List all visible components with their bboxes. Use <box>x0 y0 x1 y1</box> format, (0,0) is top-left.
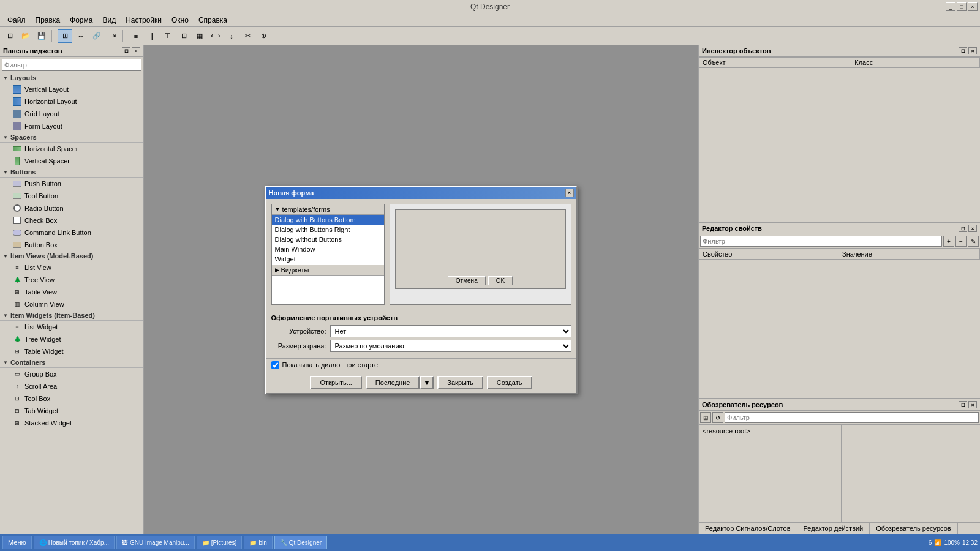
widget-radio-button[interactable]: Radio Button <box>0 202 143 214</box>
toolbar-layout-top[interactable]: ⊤ <box>160 29 175 43</box>
toolbar-layout-h[interactable]: ≡ <box>129 29 143 43</box>
taskbar-item-2[interactable]: 📁 [Pictures] <box>197 536 243 549</box>
toolbar-open[interactable]: 📂 <box>18 29 33 43</box>
toolbar-layout-fill-h[interactable]: ⟷ <box>208 29 223 43</box>
widget-button-box[interactable]: Button Box <box>0 239 143 251</box>
resource-filter-input[interactable] <box>725 412 979 423</box>
resource-root-item[interactable]: <resource root> <box>701 427 839 435</box>
recent-dropdown-button[interactable]: ▼ <box>420 376 434 389</box>
widget-filter-input[interactable] <box>2 59 141 71</box>
category-spacers[interactable]: ▼ Spacers <box>0 132 143 143</box>
taskbar-start[interactable]: Меню <box>2 536 32 549</box>
category-item-widgets[interactable]: ▼ Item Widgets (Item-Based) <box>0 310 143 321</box>
toolbar-layout-v[interactable]: ‖ <box>145 29 159 43</box>
menu-view[interactable]: Вид <box>97 15 121 26</box>
toolbar-edit-signals[interactable]: ↔ <box>74 29 88 43</box>
recent-button[interactable]: Последние <box>366 376 420 389</box>
toolbar-adjust-size[interactable]: ⊕ <box>256 29 271 43</box>
property-remove-btn[interactable]: − <box>956 236 967 247</box>
screen-size-select[interactable]: Размер по умолчанию <box>330 340 571 352</box>
widget-table-view[interactable]: ⊞ Table View <box>0 286 143 298</box>
property-edit-btn[interactable]: ✎ <box>968 236 979 247</box>
toolbar-layout-fill-v[interactable]: ↕ <box>224 29 239 43</box>
toolbar-edit-widgets[interactable]: ⊞ <box>58 29 72 43</box>
dialog-close-button[interactable]: × <box>565 189 574 197</box>
preview-cancel-btn[interactable]: Отмена <box>448 276 486 285</box>
toolbar-edit-tab[interactable]: ⇥ <box>105 29 120 43</box>
widget-vertical-spacer[interactable]: Vertical Spacer <box>0 155 143 167</box>
show-on-start-checkbox[interactable] <box>271 361 279 369</box>
template-dialog-buttons-bottom[interactable]: Dialog with Buttons Bottom <box>272 215 384 225</box>
category-containers[interactable]: ▼ Containers <box>0 358 143 368</box>
template-dialog-buttons-right[interactable]: Dialog with Buttons Right <box>272 225 384 234</box>
object-inspector-float[interactable]: ⊡ <box>959 47 967 54</box>
widget-group-box[interactable]: ▭ Group Box <box>0 368 143 380</box>
template-widget[interactable]: Widget <box>272 254 384 264</box>
maximize-button[interactable]: □ <box>957 2 967 11</box>
toolbar-layout-form[interactable]: ▦ <box>192 29 207 43</box>
widget-form-layout[interactable]: Form Layout <box>0 120 143 132</box>
category-item-views[interactable]: ▼ Item Views (Model-Based) <box>0 251 143 261</box>
toolbar-layout-grid[interactable]: ⊞ <box>176 29 191 43</box>
property-editor-close[interactable]: × <box>968 225 977 232</box>
resource-browser-float[interactable]: ⊡ <box>959 401 967 408</box>
widget-tree-widget[interactable]: 🌲 Tree Widget <box>0 333 143 345</box>
create-button[interactable]: Создать <box>487 376 532 389</box>
design-area[interactable]: Новая форма × ▼ templates/forms Dialog w… <box>144 45 698 534</box>
widget-horizontal-layout[interactable]: Horizontal Layout <box>0 96 143 108</box>
menu-help[interactable]: Справка <box>194 15 232 26</box>
toolbar-new[interactable]: ⊞ <box>2 29 17 43</box>
menu-window[interactable]: Окно <box>167 15 194 26</box>
property-add-btn[interactable]: + <box>943 236 954 247</box>
tab-actions[interactable]: Редактор действий <box>797 523 870 534</box>
taskbar-item-1[interactable]: 🖼 GNU Image Manipu... <box>116 536 195 549</box>
open-button[interactable]: Открыть... <box>310 376 361 389</box>
toolbar-break-layout[interactable]: ✂ <box>240 29 255 43</box>
form-layout-icon <box>12 121 22 131</box>
template-main-window[interactable]: Main Window <box>272 244 384 254</box>
widget-check-box[interactable]: Check Box <box>0 214 143 227</box>
close-button[interactable]: × <box>968 2 978 11</box>
category-buttons[interactable]: ▼ Buttons <box>0 167 143 178</box>
taskbar-item-3[interactable]: 📁 bin <box>244 536 272 549</box>
preview-ok-btn[interactable]: OK <box>488 276 513 285</box>
widget-stacked-widget[interactable]: ⊞ Stacked Widget <box>0 417 143 429</box>
toolbar-edit-buddies[interactable]: 🔗 <box>89 29 104 43</box>
widget-push-button[interactable]: Push Button <box>0 178 143 190</box>
menu-form[interactable]: Форма <box>65 15 97 26</box>
widget-tool-button[interactable]: Tool Button <box>0 190 143 202</box>
widget-vertical-layout[interactable]: Vertical Layout <box>0 83 143 96</box>
close-button[interactable]: Закрыть <box>437 376 483 389</box>
resource-add-btn[interactable]: ⊞ <box>700 412 711 423</box>
widget-tab-widget[interactable]: ⊟ Tab Widget <box>0 405 143 417</box>
widget-command-link[interactable]: Command Link Button <box>0 227 143 239</box>
widget-table-widget[interactable]: ⊞ Table Widget <box>0 345 143 358</box>
minimize-button[interactable]: _ <box>946 2 956 11</box>
tab-resources[interactable]: Обозреватель ресурсов <box>870 523 957 534</box>
taskbar-item-4[interactable]: 🔧 Qt Designer <box>274 536 327 549</box>
resource-reload-btn[interactable]: ↺ <box>712 412 723 423</box>
object-inspector-close[interactable]: × <box>968 47 977 54</box>
property-filter-input[interactable] <box>700 236 942 247</box>
menu-edit[interactable]: Правка <box>31 15 66 26</box>
template-dialog-no-buttons[interactable]: Dialog without Buttons <box>272 234 384 244</box>
menu-settings[interactable]: Настройки <box>121 15 167 26</box>
widget-list-widget[interactable]: ≡ List Widget <box>0 321 143 333</box>
widget-column-view[interactable]: ▥ Column View <box>0 298 143 310</box>
widget-scroll-area[interactable]: ↕ Scroll Area <box>0 380 143 392</box>
widget-grid-layout[interactable]: Grid Layout <box>0 108 143 120</box>
toolbar-save[interactable]: 💾 <box>34 29 49 43</box>
widget-tree-view[interactable]: 🌲 Tree View <box>0 274 143 286</box>
widget-panel-float[interactable]: ⊡ <box>122 47 130 54</box>
widget-list-view[interactable]: ≡ List View <box>0 261 143 274</box>
taskbar-item-0[interactable]: 🌐 Новый топик / Хабр... <box>34 536 115 549</box>
widget-tool-box[interactable]: ⊡ Tool Box <box>0 392 143 405</box>
category-layouts[interactable]: ▼ Layouts <box>0 73 143 83</box>
widget-panel-close[interactable]: × <box>132 47 140 54</box>
property-editor-float[interactable]: ⊡ <box>959 225 967 232</box>
device-select[interactable]: Нет <box>330 325 571 337</box>
menu-file[interactable]: Файл <box>2 15 31 26</box>
tab-signals-slots[interactable]: Редактор Сигналов/Слотов <box>699 523 797 534</box>
widget-horizontal-spacer[interactable]: Horizontal Spacer <box>0 143 143 155</box>
resource-browser-close[interactable]: × <box>968 401 977 408</box>
